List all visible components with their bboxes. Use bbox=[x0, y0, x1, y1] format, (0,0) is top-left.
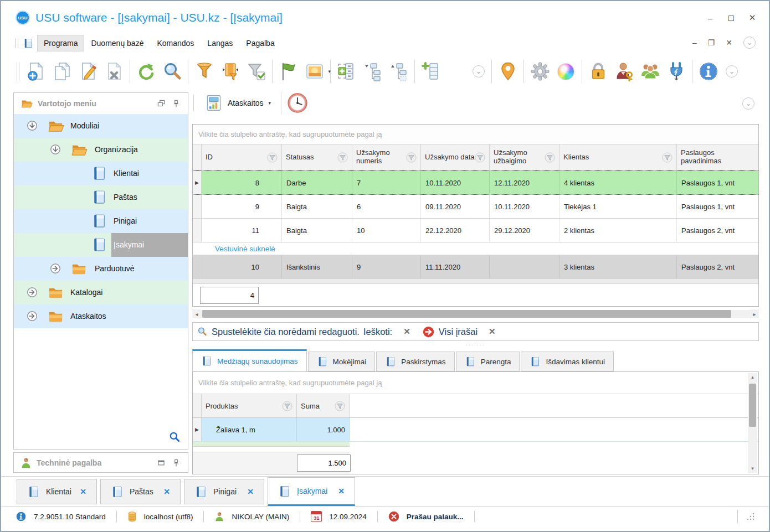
collapse-node-icon[interactable] bbox=[26, 120, 38, 132]
menu-duomenu-baze[interactable]: Duomenų bazė bbox=[84, 35, 150, 51]
filter-button[interactable] bbox=[191, 58, 217, 85]
scrollbar-thumb[interactable] bbox=[749, 384, 756, 427]
tab-medziagu-sunaudojimas[interactable]: Medžiagų sunaudojimas bbox=[192, 349, 307, 371]
clear-scope-icon[interactable]: ✕ bbox=[489, 327, 496, 337]
plugin-button[interactable] bbox=[663, 58, 689, 85]
search-button[interactable] bbox=[159, 58, 185, 85]
grid-group-row[interactable]: Vestuvinė suknelė bbox=[193, 242, 758, 255]
column-filter-icon[interactable] bbox=[337, 152, 348, 163]
tab-parengta[interactable]: Parengta bbox=[456, 352, 520, 371]
expand-node-icon[interactable] bbox=[26, 310, 38, 322]
close-tab-icon[interactable]: ✕ bbox=[80, 487, 86, 496]
close-tab-icon[interactable]: ✕ bbox=[247, 487, 254, 496]
column-header-klientas[interactable]: Klientas bbox=[559, 144, 677, 170]
menu-pagalba[interactable]: Pagalba bbox=[239, 35, 281, 51]
close-tab-icon[interactable]: ✕ bbox=[163, 487, 170, 496]
tree-item-parduotuve[interactable]: Parduotuvė bbox=[14, 257, 188, 281]
mdi-minimize-icon[interactable]: – bbox=[692, 38, 697, 47]
pin-panel-icon[interactable] bbox=[171, 458, 181, 468]
close-icon[interactable]: ✕ bbox=[748, 13, 757, 22]
expand-node-icon[interactable] bbox=[49, 262, 61, 275]
apply-filter-button[interactable] bbox=[243, 58, 269, 85]
scrollbar-thumb[interactable] bbox=[202, 310, 731, 318]
grid-row[interactable]: 11 Baigta 10 22.12.2020 29.12.2020 2 kli… bbox=[193, 219, 758, 242]
clear-search-icon[interactable]: ✕ bbox=[403, 327, 410, 337]
column-filter-icon[interactable] bbox=[335, 401, 345, 411]
toolbar-overflow-icon[interactable]: ⌄ bbox=[473, 65, 485, 78]
restore-panel-icon[interactable] bbox=[156, 458, 166, 468]
column-header-id[interactable]: ID bbox=[202, 144, 282, 170]
info-button[interactable] bbox=[695, 58, 721, 85]
column-filter-icon[interactable] bbox=[475, 152, 485, 163]
image-dropdown-icon[interactable]: ▾ bbox=[328, 69, 331, 74]
column-header-produktas[interactable]: Produktas bbox=[202, 394, 297, 417]
refresh-button[interactable] bbox=[133, 58, 159, 85]
maximize-icon[interactable]: ◻ bbox=[727, 13, 736, 22]
tab-isdavimas-klientui[interactable]: Išdavimas klientui bbox=[521, 352, 614, 371]
scroll-right-icon[interactable]: ▸ bbox=[750, 309, 759, 318]
window-tab-pastas[interactable]: Paštas ✕ bbox=[100, 479, 181, 504]
menubar-overflow-icon[interactable]: ⌄ bbox=[743, 37, 756, 49]
tree-item-klientai[interactable]: Klientai bbox=[14, 162, 188, 185]
tab-paskirstymas[interactable]: Paskirstymas bbox=[376, 352, 454, 371]
map-pin-button[interactable] bbox=[495, 58, 521, 85]
support-panel[interactable]: Techninė pagalba bbox=[13, 452, 188, 473]
records-scope-label[interactable]: Visi įrašai bbox=[439, 327, 478, 337]
copy-record-button[interactable] bbox=[49, 58, 75, 85]
column-header-statusas[interactable]: Statusas bbox=[282, 144, 352, 170]
grid-row[interactable]: 9 Baigta 6 09.11.2020 10.11.2020 Tiekėja… bbox=[193, 195, 758, 219]
tree-item-isakymai-selected[interactable]: Įsakymai bbox=[14, 233, 188, 257]
tree-item-ataskaitos[interactable]: Ataskaitos bbox=[14, 304, 188, 328]
tree-item-organizacija[interactable]: Organizacija bbox=[14, 138, 188, 162]
detail-row-selected[interactable]: ▶ Žaliava 1, m 1.000 bbox=[193, 418, 758, 442]
minimize-icon[interactable]: – bbox=[706, 13, 715, 22]
splitter-handle[interactable]: ······· bbox=[192, 343, 759, 347]
scroll-down-icon[interactable]: ▾ bbox=[751, 464, 754, 473]
horizontal-scrollbar[interactable]: ◂ ▸ bbox=[192, 309, 759, 319]
window-tab-klientai[interactable]: Klientai ✕ bbox=[17, 479, 97, 504]
column-header-uzbaigimo[interactable]: Užsakymo užbaigimo bbox=[490, 144, 559, 170]
image-button[interactable]: ▾ bbox=[301, 58, 327, 85]
column-header-data[interactable]: Užsakymo data bbox=[421, 144, 490, 170]
column-filter-icon[interactable] bbox=[662, 152, 673, 163]
reports-dropdown-button[interactable]: Ataskaitos ▾ bbox=[201, 92, 275, 114]
grid-row-selected[interactable]: ▶ 8 Darbe 7 10.11.2020 12.11.2020 4 klie… bbox=[193, 171, 758, 195]
column-filter-icon[interactable] bbox=[267, 152, 278, 163]
scroll-left-icon[interactable]: ◂ bbox=[192, 309, 201, 318]
toolbar2-overflow-icon[interactable]: ⌄ bbox=[726, 65, 738, 78]
menubar-grip[interactable] bbox=[16, 38, 18, 48]
tree-search-icon[interactable] bbox=[169, 431, 180, 442]
expand-node-icon[interactable] bbox=[26, 286, 38, 298]
menu-langas[interactable]: Langas bbox=[201, 35, 239, 51]
expand-tree-button[interactable] bbox=[360, 58, 386, 85]
collapse-node-icon[interactable] bbox=[49, 143, 61, 156]
add-column-button[interactable] bbox=[418, 58, 444, 85]
tree-item-pinigai[interactable]: Pinigai bbox=[14, 209, 188, 233]
menu-komandos[interactable]: Komandos bbox=[150, 35, 201, 51]
window-tab-pinigai[interactable]: Pinigai ✕ bbox=[184, 479, 264, 504]
delete-record-button[interactable] bbox=[101, 58, 127, 85]
toolbar-grip[interactable] bbox=[17, 62, 19, 81]
pin-panel-icon[interactable] bbox=[171, 99, 181, 109]
expand-all-button[interactable] bbox=[333, 58, 360, 85]
scheduler-button[interactable] bbox=[287, 92, 308, 113]
grid-row-inactive[interactable]: 10 Išankstinis 9 11.11.2020 3 klientas P… bbox=[193, 255, 758, 279]
filter-editor-button[interactable] bbox=[217, 58, 243, 85]
report-toolbar-overflow-icon[interactable]: ⌄ bbox=[742, 97, 754, 110]
tree-item-katalogai[interactable]: Katalogai bbox=[14, 281, 188, 304]
lock-button[interactable] bbox=[585, 58, 611, 85]
float-panel-icon[interactable] bbox=[156, 99, 166, 109]
collapse-tree-button[interactable] bbox=[386, 58, 412, 85]
mdi-close-icon[interactable]: ✕ bbox=[726, 38, 732, 47]
apply-scope-icon[interactable] bbox=[423, 326, 434, 338]
filter-bar[interactable]: Spustelėkite čia norėdami redaguoti. Ieš… bbox=[192, 322, 759, 341]
scroll-up-icon[interactable]: ▴ bbox=[751, 373, 754, 381]
report-toolbar-grip[interactable] bbox=[193, 95, 195, 111]
vertical-scrollbar[interactable]: ▴ ▾ bbox=[748, 373, 757, 473]
tree-item-moduliai[interactable]: Moduliai bbox=[14, 114, 188, 138]
edit-record-button[interactable] bbox=[75, 58, 101, 85]
user-rights-button[interactable] bbox=[611, 58, 637, 85]
window-tab-isakymai[interactable]: Įsakymai ✕ bbox=[268, 477, 355, 506]
column-header-paslaugos[interactable]: Paslaugos pavadinimas bbox=[677, 144, 758, 170]
mdi-restore-icon[interactable]: ❐ bbox=[708, 38, 715, 47]
